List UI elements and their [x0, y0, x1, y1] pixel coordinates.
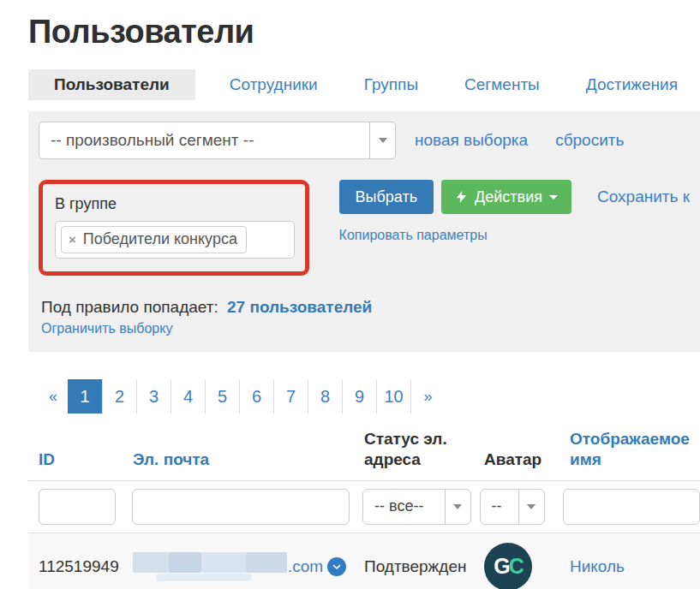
pagination-next[interactable]: » — [410, 379, 445, 413]
pagination-page-7[interactable]: 7 — [273, 379, 308, 413]
pagination-prev[interactable]: « — [39, 379, 68, 413]
user-display-name-link[interactable]: Николь — [570, 557, 625, 575]
user-id: 112519949 — [39, 557, 133, 576]
actions-button-label: Действия — [475, 188, 542, 206]
filter-email-input[interactable] — [132, 489, 350, 525]
chevron-down-icon — [332, 562, 342, 572]
rule-match-line: Под правило попадает: 27 пользователей — [41, 298, 690, 317]
group-filter-label: В группе — [55, 195, 295, 213]
header-id[interactable]: ID — [39, 449, 133, 470]
pagination-page-8[interactable]: 8 — [308, 379, 342, 413]
header-avatar: Аватар — [484, 449, 570, 470]
rule-match-text: Под правило попадает: — [41, 298, 218, 316]
filter-status-select[interactable]: -- все-- — [362, 489, 471, 525]
select-button[interactable]: Выбрать — [339, 180, 434, 214]
chevron-down-icon — [453, 504, 462, 509]
limit-selection-link[interactable]: Ограничить выборку — [41, 321, 172, 336]
filter-avatar-select[interactable]: -- — [480, 489, 545, 525]
header-email-status: Статус эл. адреса — [364, 429, 484, 470]
users-table: ID Эл. почта Статус эл. адреса Аватар От… — [28, 425, 700, 589]
pagination: « 1 2 3 4 5 6 7 8 9 10 » — [39, 379, 700, 413]
group-filter-input[interactable]: × Победители конкурса — [55, 221, 295, 259]
pagination-page-6[interactable]: 6 — [239, 379, 273, 413]
email-suffix: .com — [288, 557, 323, 576]
tab-achievements[interactable]: Достижения — [574, 69, 690, 100]
filter-status-arrow[interactable] — [445, 490, 470, 524]
chevron-down-icon — [379, 138, 387, 143]
remove-tag-icon[interactable]: × — [69, 232, 76, 247]
pagination-page-1[interactable]: 1 — [68, 379, 102, 413]
new-selection-link[interactable]: новая выборка — [415, 131, 528, 150]
blurred-email — [133, 552, 287, 581]
pagination-page-5[interactable]: 5 — [205, 379, 239, 413]
group-tag-label: Победители конкурса — [83, 230, 237, 248]
user-email-status: Подтвержден — [364, 557, 484, 576]
segment-select[interactable]: -- произвольный сегмент -- — [39, 122, 396, 159]
avatar-letter-c: C — [509, 554, 523, 579]
tab-employees[interactable]: Сотрудники — [218, 69, 330, 100]
pagination-page-4[interactable]: 4 — [171, 379, 205, 413]
segment-select-value: -- произвольный сегмент -- — [39, 131, 254, 150]
tab-segments[interactable]: Сегменты — [452, 69, 552, 100]
group-filter-highlight: В группе × Победители конкурса — [39, 180, 309, 276]
filter-avatar-value: -- — [481, 497, 502, 515]
table-row: 112519949 .com Подтвержден GC Николь — [28, 533, 700, 589]
pagination-page-2[interactable]: 2 — [102, 379, 136, 413]
pagination-page-3[interactable]: 3 — [136, 379, 171, 413]
segment-select-arrow[interactable] — [369, 122, 395, 158]
reset-link[interactable]: сбросить — [555, 131, 624, 150]
avatar-letter-g: G — [494, 554, 508, 579]
copy-params-link[interactable]: Копировать параметры — [339, 228, 488, 243]
header-email[interactable]: Эл. почта — [133, 449, 364, 470]
caret-down-icon — [549, 195, 558, 199]
header-display-name[interactable]: Отображаемое имя — [570, 429, 700, 470]
pagination-page-9[interactable]: 9 — [342, 379, 376, 413]
filter-name-input[interactable] — [563, 489, 700, 525]
tab-users[interactable]: Пользователи — [28, 69, 195, 100]
table-filter-row: -- все-- -- — [28, 480, 700, 533]
page-title: Пользователи — [28, 14, 700, 51]
email-expand-icon[interactable] — [327, 557, 346, 576]
tab-bar: Пользователи Сотрудники Группы Сегменты … — [28, 69, 690, 100]
lightning-icon — [455, 189, 468, 205]
actions-button[interactable]: Действия — [441, 180, 571, 214]
tab-groups[interactable]: Группы — [352, 69, 430, 100]
filters-panel: -- произвольный сегмент -- новая выборка… — [28, 111, 700, 352]
table-header-row: ID Эл. почта Статус эл. адреса Аватар От… — [28, 425, 700, 480]
chevron-down-icon — [527, 504, 535, 509]
user-avatar-cell: GC — [484, 543, 570, 589]
rule-match-count[interactable]: 27 пользователей — [227, 298, 372, 316]
save-segment-link[interactable]: Сохранить к — [597, 187, 690, 206]
filter-avatar-arrow[interactable] — [518, 490, 544, 524]
avatar: GC — [484, 543, 532, 589]
pagination-page-10[interactable]: 10 — [376, 379, 410, 413]
filter-id-input[interactable] — [39, 489, 116, 525]
group-tag: × Победители конкурса — [61, 226, 247, 253]
filter-status-value: -- все-- — [363, 497, 423, 515]
user-email-cell: .com — [133, 552, 364, 581]
